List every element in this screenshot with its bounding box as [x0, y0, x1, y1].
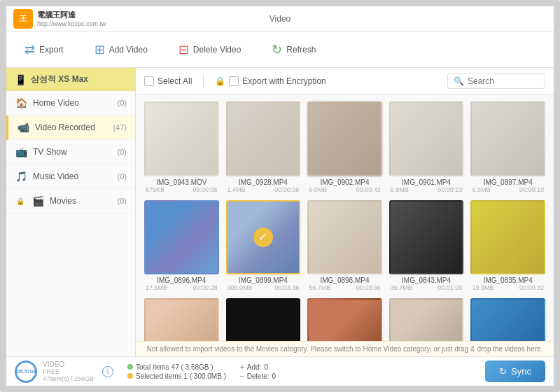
video-size: 1.4MB [227, 186, 246, 193]
video-meta: 1.4MB 00:00:06 [226, 186, 301, 193]
video-thumbnail[interactable] [389, 298, 464, 341]
logo-sub: http://www.kocpc.com.tw [37, 20, 106, 27]
video-size: 17.5MB [146, 284, 167, 291]
video-thumbnail[interactable] [226, 298, 301, 341]
selected-items-row: Selected items 1 ( 300.0MB ) [127, 372, 226, 380]
video-meta: 300.0MB 00:03:36 [226, 284, 301, 291]
items-info: Total items 47 ( 3.68GB ) Selected items… [127, 363, 226, 380]
video-name: IMG_0928.MP4 [226, 178, 301, 186]
storage-size: 205.57GB [15, 369, 37, 374]
video-name: IMG_0835.MP4 [470, 276, 545, 284]
sidebar-item-tv-show[interactable]: 📺 TV Show (0) [6, 140, 135, 164]
video-thumbnail[interactable] [470, 200, 545, 275]
device-icon: 📱 [15, 74, 27, 85]
video-item[interactable]: IMG_0943.MOV 675KB 00:00:05 [144, 102, 219, 193]
video-item[interactable]: IMG_0902.MP4 6.0MB 00:00:42 [307, 102, 382, 193]
select-all-label: Select All [158, 76, 192, 86]
video-item[interactable]: ✓ IMG_0899.MP4 300.0MB 00:03:36 [226, 200, 301, 292]
lock-icon: 🔒 [215, 76, 225, 86]
sidebar-item-home-video[interactable]: 🏠 Home Video (0) [6, 91, 135, 115]
delete-video-label: Delete Video [193, 45, 241, 55]
video-recorded-icon: 📹 [17, 122, 29, 133]
export-button[interactable]: ⇄ Export [18, 38, 71, 62]
add-video-icon: ⊞ [94, 42, 105, 57]
video-grid: IMG_0943.MOV 675KB 00:00:05 IMG_0928.MP4… [136, 94, 554, 341]
sidebar-item-music-video[interactable]: 🎵 Music Video (0) [6, 164, 135, 189]
video-size: 19.9MB [472, 284, 493, 291]
music-video-label: Music Video [33, 172, 112, 181]
video-thumbnail[interactable] [307, 298, 382, 341]
export-icon: ⇄ [24, 42, 35, 57]
select-all-button[interactable]: Select All [144, 76, 192, 86]
video-item[interactable]: IMG_0649.MP4 [307, 298, 382, 341]
music-video-count: (0) [118, 172, 127, 181]
select-all-checkbox[interactable] [144, 76, 154, 86]
video-item[interactable]: IMG_0754.MP4 [144, 298, 219, 341]
add-icon: + [240, 363, 244, 371]
video-item[interactable]: IMG_0667.mp4 [226, 298, 301, 341]
video-thumbnail[interactable] [389, 200, 464, 275]
video-meta: 675KB 00:00:05 [144, 186, 219, 193]
video-item[interactable]: IMG_0896.MP4 17.5MB 00:00:28 [144, 200, 219, 292]
logo-icon: 王 [13, 9, 33, 29]
video-thumbnail[interactable] [389, 102, 464, 176]
video-thumbnail[interactable] [144, 102, 219, 176]
video-thumbnail[interactable] [226, 102, 301, 176]
add-video-button[interactable]: ⊞ Add Video [88, 38, 155, 62]
action-bar: Select All 🔒 Export with Encryption 🔍 [136, 68, 554, 94]
content-area: Select All 🔒 Export with Encryption 🔍 [136, 68, 554, 356]
video-duration: 00:01:09 [438, 284, 462, 291]
storage-circle: 205.57GB [15, 360, 37, 383]
video-name: IMG_0897.MP4 [470, 178, 545, 186]
total-items-row: Total items 47 ( 3.68GB ) [127, 363, 226, 371]
add-label: Add: [247, 363, 262, 371]
delete-video-button[interactable]: ⊟ Delete Video [172, 38, 248, 62]
music-video-icon: 🎵 [15, 171, 27, 182]
notification-bar: Not allowed to import videos to the Movi… [136, 341, 554, 356]
sync-button[interactable]: ↻ Sync [485, 360, 545, 382]
refresh-label: Refresh [286, 45, 316, 55]
delete-row: − Delete: 0 [240, 372, 276, 380]
video-thumbnail[interactable]: ✓ [226, 200, 301, 275]
sidebar-item-movies[interactable]: 🔒 🎬 Movies (0) [6, 189, 135, 214]
video-item[interactable]: IMG_0901.MP4 5.9MB 00:00:13 [389, 102, 464, 193]
video-duration: 00:00:13 [438, 186, 462, 193]
encrypt-section[interactable]: 🔒 Export with Encryption [215, 76, 326, 86]
video-duration: 00:00:42 [356, 186, 381, 193]
tv-show-count: (0) [118, 148, 127, 156]
video-size: 6.0MB [309, 186, 327, 193]
video-thumbnail[interactable] [470, 298, 545, 341]
video-item[interactable]: IMG_0835.MP4 19.9MB 00:00:32 [470, 200, 545, 292]
main-area: 📱 삼성적 XS Max 🏠 Home Video (0) 📹 Video Re… [6, 68, 554, 356]
video-thumbnail[interactable] [144, 298, 219, 341]
video-thumbnail[interactable] [307, 102, 382, 176]
video-meta: 5.9MB 00:00:13 [389, 186, 464, 193]
notification-text: Not allowed to import videos to the Movi… [147, 345, 543, 353]
sidebar: 📱 삼성적 XS Max 🏠 Home Video (0) 📹 Video Re… [6, 68, 136, 356]
video-item[interactable]: IMG_0897.MP4 6.5MB 00:00:10 [470, 102, 545, 193]
storage-info: VIDEO FREE 47item(s) / 256GB [43, 360, 94, 382]
video-thumbnail[interactable] [307, 200, 382, 275]
video-thumbnail[interactable] [470, 102, 545, 176]
search-input[interactable] [468, 76, 538, 86]
sidebar-item-video-recorded[interactable]: 📹 Video Recorded (47) [6, 115, 135, 140]
delete-icon: − [240, 372, 244, 380]
refresh-button[interactable]: ↻ Refresh [265, 38, 323, 62]
video-thumbnail[interactable] [144, 200, 219, 275]
video-duration: 00:00:28 [193, 284, 218, 291]
video-item[interactable]: IMG_0843.MP4 39.7MB 00:01:09 [389, 200, 464, 292]
encrypt-checkbox[interactable] [229, 76, 239, 86]
video-item[interactable]: IMG_0928.MP4 1.4MB 00:00:06 [226, 102, 301, 193]
delete-label: Delete: [247, 372, 270, 380]
device-info: 47item(s) / 256GB [43, 375, 94, 382]
search-box[interactable]: 🔍 [447, 74, 545, 89]
video-name: IMG_0943.MOV [144, 178, 219, 186]
video-meta: 6.5MB 00:00:10 [470, 186, 545, 193]
video-item[interactable]: IMG_0644.MP4 [389, 298, 464, 341]
info-icon[interactable]: i [102, 366, 113, 377]
video-item[interactable]: IMG_0898.MP4 56.7MB 00:03:36 [307, 200, 382, 292]
video-recorded-count: (47) [113, 123, 127, 132]
export-label: Export [39, 45, 64, 55]
video-item[interactable]: IMG_0602.mp4 [470, 298, 545, 341]
video-size: 6.5MB [472, 186, 490, 193]
